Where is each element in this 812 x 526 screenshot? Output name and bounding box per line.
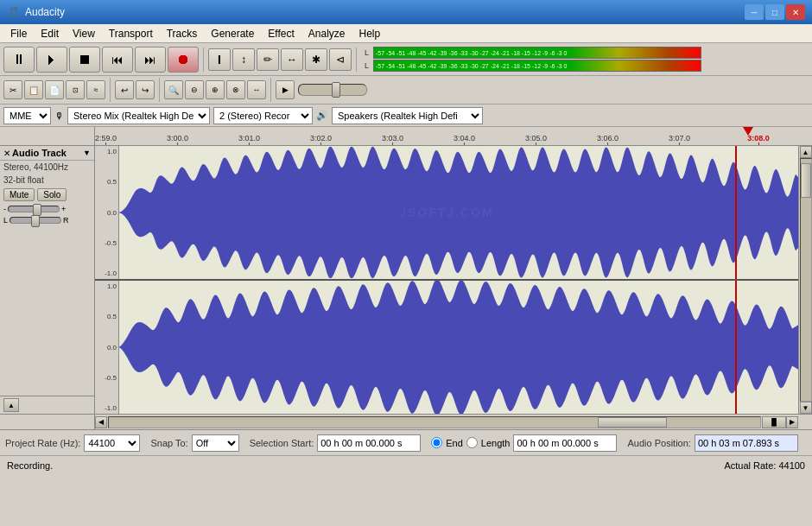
- scale2-0-5: 0.5: [107, 313, 117, 320]
- paste-button[interactable]: 📄: [45, 80, 64, 99]
- output-device-select[interactable]: Speakers (Realtek High Defi: [332, 107, 483, 124]
- gain-plus: +: [61, 205, 66, 213]
- skip-back-button[interactable]: ⏮: [102, 47, 133, 73]
- zoom-in-button[interactable]: 🔍: [164, 80, 183, 99]
- actual-rate-status: Actual Rate: 44100: [724, 460, 805, 471]
- hscroll-track[interactable]: [108, 416, 761, 428]
- track-expand-area: ▲: [0, 396, 94, 414]
- scale-0-5: 0.5: [107, 178, 117, 186]
- minimize-button[interactable]: ─: [745, 4, 764, 20]
- mute-button[interactable]: Mute: [3, 188, 35, 201]
- hscroll-end-btn[interactable]: ▶: [786, 416, 798, 428]
- track-info-bitdepth: 32-bit float: [0, 174, 94, 187]
- app-title: Audacity: [25, 6, 745, 18]
- play-button[interactable]: ⏵: [36, 47, 67, 73]
- copy-button[interactable]: 📋: [24, 80, 43, 99]
- selection-start-field: Selection Start:: [250, 434, 422, 452]
- end-radio[interactable]: [431, 437, 442, 448]
- draw-tool[interactable]: ✏: [257, 48, 279, 71]
- menu-file[interactable]: File: [3, 26, 34, 41]
- pause-button[interactable]: ⏸: [3, 47, 35, 73]
- solo-button[interactable]: Solo: [37, 188, 67, 201]
- speed-slider-thumb[interactable]: [332, 82, 340, 98]
- audio-position-input[interactable]: [695, 434, 798, 452]
- device-bar: MME 🎙 Stereo Mix (Realtek High De 2 (Ste…: [0, 105, 812, 127]
- scale-1-0: 1.0: [107, 148, 117, 155]
- edit-toolbar: ✂ 📋 📄 ⊡ ≈ ↩ ↪ 🔍 ⊖ ⊕ ⊗ ↔ ▶: [0, 76, 812, 105]
- menu-generate[interactable]: Generate: [204, 26, 261, 41]
- track-dropdown[interactable]: ▼: [83, 149, 91, 157]
- hscroll-header-spacer: [0, 415, 95, 429]
- trim-button[interactable]: ⊡: [66, 80, 85, 99]
- mark-305: 3:05.0: [525, 134, 547, 146]
- redo-button[interactable]: ↪: [136, 80, 155, 99]
- zoom-sel-button[interactable]: ⊕: [206, 80, 225, 99]
- skip-fwd-button[interactable]: ⏭: [135, 47, 166, 73]
- scale-bottom: 1.0 0.5 0.0 -0.5 -1.0: [95, 281, 119, 414]
- menu-view[interactable]: View: [66, 26, 102, 41]
- speed-slider[interactable]: [298, 84, 367, 96]
- selection-tool[interactable]: I: [208, 48, 231, 71]
- track-expand-btn[interactable]: ▲: [3, 398, 19, 412]
- zoom-out-button[interactable]: ⊖: [185, 80, 204, 99]
- vscroll-up-btn[interactable]: ▲: [800, 146, 812, 158]
- stop-button[interactable]: ⏹: [69, 47, 100, 73]
- zoom-tool[interactable]: ↔: [281, 48, 303, 71]
- vscroll-down-btn[interactable]: ▼: [800, 402, 812, 414]
- channel-select[interactable]: 2 (Stereo) Recor: [213, 107, 313, 124]
- track-close-btn[interactable]: ✕: [3, 149, 10, 158]
- pan-slider[interactable]: [10, 217, 61, 224]
- length-radio[interactable]: [466, 437, 478, 448]
- timeline-ruler: 2:59.0 3:00.0 3:01.0 3:02.0 3:03.0 3:04.…: [0, 127, 812, 146]
- menu-edit[interactable]: Edit: [34, 26, 66, 41]
- pan-slider-thumb[interactable]: [31, 215, 40, 227]
- track-expand-row: ▲: [0, 396, 94, 414]
- scale2-neg-1-0: -1.0: [105, 404, 117, 412]
- menu-effect[interactable]: Effect: [261, 26, 301, 41]
- cut-button[interactable]: ✂: [3, 80, 22, 99]
- gain-minus: -: [3, 205, 6, 213]
- input-device-select[interactable]: Stereo Mix (Realtek High De: [67, 107, 210, 124]
- host-select[interactable]: MME: [3, 107, 51, 124]
- undo-button[interactable]: ↩: [115, 80, 134, 99]
- gain-slider-thumb[interactable]: [33, 204, 41, 216]
- waveform-channel-bottom: 1.0 0.5 0.0 -0.5 -1.0: [95, 281, 798, 414]
- project-rate-select[interactable]: 44100: [84, 434, 140, 452]
- hscroll-thumb[interactable]: [598, 417, 667, 428]
- zoom-reset-button[interactable]: ↔: [247, 80, 266, 99]
- snap-select[interactable]: Off: [192, 434, 239, 452]
- title-bar: 🎵 Audacity ─ □ ✕: [0, 0, 812, 24]
- track-header-top: ✕ Audio Track ▼: [0, 146, 94, 161]
- vscroll-thumb[interactable]: [801, 163, 811, 198]
- envelope-tool[interactable]: ↕: [232, 48, 255, 71]
- project-rate-field: Project Rate (Hz): 44100: [5, 434, 140, 452]
- hscroll-left-btn[interactable]: ◀: [95, 416, 107, 428]
- play-at-speed[interactable]: ▶: [276, 80, 295, 99]
- end-length-input[interactable]: [513, 434, 617, 452]
- output-vu-meter: -57 -54 -51 -48 -45 -42 -39 -36 -33 -30 …: [373, 60, 701, 72]
- scale-top: 1.0 0.5 0.0 -0.5 -1.0: [95, 146, 119, 279]
- hscroll-right-btn[interactable]: ▐▌: [762, 416, 786, 428]
- record-button[interactable]: ⏺: [168, 47, 199, 73]
- selection-start-input[interactable]: [317, 434, 421, 452]
- menu-help[interactable]: Help: [352, 26, 388, 41]
- zoom-fit-button[interactable]: ⊗: [226, 80, 245, 99]
- multi-tool[interactable]: ⊲: [329, 48, 352, 71]
- timeshift-tool[interactable]: ✱: [305, 48, 327, 71]
- menu-transport[interactable]: Transport: [102, 26, 160, 41]
- close-button[interactable]: ✕: [786, 4, 805, 20]
- gain-slider[interactable]: [8, 206, 60, 212]
- vscroll-track[interactable]: [800, 158, 812, 402]
- scale-0-0: 0.0: [107, 209, 117, 217]
- maximize-button[interactable]: □: [765, 4, 784, 20]
- mark-303: 3:03.0: [382, 134, 403, 146]
- recording-status: Recording.: [7, 460, 53, 471]
- scale-neg-1-0: -1.0: [105, 269, 117, 277]
- menu-tracks[interactable]: Tracks: [160, 26, 205, 41]
- silence-button[interactable]: ≈: [86, 80, 105, 99]
- snap-label: Snap To:: [150, 438, 187, 448]
- waveform-svg-top: [119, 146, 798, 279]
- menu-analyze[interactable]: Analyze: [301, 26, 352, 41]
- selection-start-label: Selection Start:: [250, 438, 314, 448]
- waveform-channel-top: 1.0 0.5 0.0 -0.5 -1.0 JSOFTJ.COM: [95, 146, 798, 281]
